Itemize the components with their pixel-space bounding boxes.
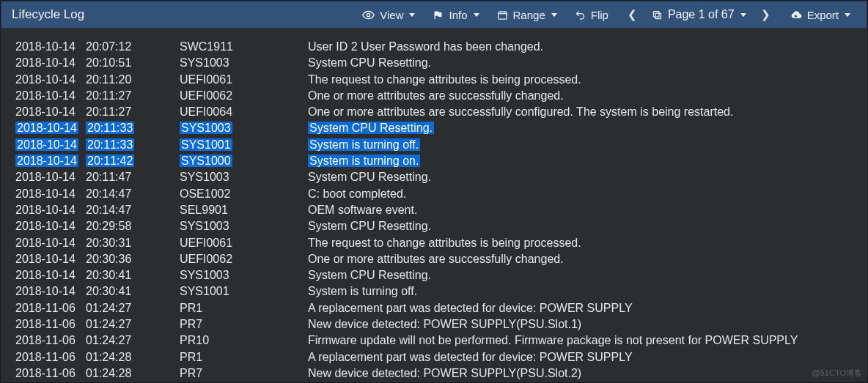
table-row[interactable]: 2018-10-1420:11:33SYS1001System is turni…: [1, 137, 867, 153]
cell-desc: System is turning off.: [308, 137, 867, 153]
range-label: Range: [513, 9, 545, 21]
cell-code: OSE1002: [180, 186, 308, 202]
cell-desc: A replacement part was detected for devi…: [308, 300, 867, 316]
svg-point-0: [367, 13, 370, 16]
table-row[interactable]: 2018-10-1420:11:42SYS1000System is turni…: [1, 153, 867, 169]
cell-date: 2018-10-14: [15, 39, 86, 55]
cell-date: 2018-10-14: [15, 283, 86, 300]
cell-desc: One or more attributes are successfully …: [308, 88, 867, 104]
table-row[interactable]: 2018-10-1420:11:33SYS1003System CPU Rese…: [1, 120, 867, 136]
table-row[interactable]: 2018-10-1420:11:27UEFI0062One or more at…: [1, 88, 867, 104]
table-row[interactable]: 2018-10-1420:30:41SYS1001System is turni…: [1, 283, 867, 300]
caret-icon: [740, 13, 746, 17]
svg-rect-3: [653, 11, 659, 17]
cell-time: 01:24:28: [86, 349, 180, 365]
cell-code: SYS1001: [180, 137, 308, 153]
cell-desc: System CPU Resetting.: [308, 120, 867, 136]
cell-date: 2018-10-14: [15, 104, 86, 120]
cell-code: SYS1003: [180, 267, 308, 283]
cell-date: 2018-10-14: [15, 267, 86, 283]
log-table[interactable]: 2018-10-1420:07:12SWC1911User ID 2 User …: [1, 29, 867, 382]
cell-code: PR1: [180, 300, 308, 316]
page-indicator-button[interactable]: Page 1 of 67: [652, 8, 746, 21]
cell-desc: C: boot completed.: [308, 186, 867, 202]
cell-desc: One or more attributes are successfully …: [308, 104, 867, 120]
cell-desc: The request to change attributes is bein…: [308, 72, 867, 88]
cell-code: SYS1003: [180, 218, 308, 234]
view-label: View: [380, 9, 403, 21]
table-row[interactable]: 2018-10-1420:30:36UEFI0062One or more at…: [1, 251, 867, 267]
table-row[interactable]: 2018-10-1420:11:20UEFI0061The request to…: [1, 72, 867, 88]
caret-icon: [409, 13, 415, 17]
cell-code: SYS1003: [180, 169, 308, 185]
table-row[interactable]: 2018-11-0601:24:28PR1A replacement part …: [1, 349, 867, 365]
cell-desc: OEM software event.: [308, 202, 867, 218]
cell-time: 01:24:27: [86, 332, 180, 349]
cell-time: 20:07:12: [86, 39, 180, 55]
cell-date: 2018-10-14: [15, 137, 86, 153]
table-row[interactable]: 2018-10-1420:30:41SYS1003System CPU Rese…: [1, 267, 867, 283]
page-title: Lifecycle Log: [1, 7, 95, 22]
cell-date: 2018-10-14: [15, 169, 86, 185]
cell-desc: The request to change attributes is bein…: [308, 235, 867, 251]
cell-date: 2018-10-14: [15, 55, 86, 71]
cell-time: 20:29:58: [86, 218, 180, 234]
range-button[interactable]: Range: [488, 1, 566, 29]
cell-date: 2018-10-14: [15, 202, 86, 218]
cell-time: 20:14:47: [86, 202, 180, 218]
caret-icon: [474, 13, 479, 17]
table-row[interactable]: 2018-11-0601:24:27PR7New device detected…: [1, 316, 867, 332]
pagination: ❮ Page 1 of 67 ❯: [617, 5, 781, 24]
cell-desc: User ID 2 User Password has been changed…: [308, 39, 867, 55]
cell-time: 20:11:42: [86, 153, 180, 169]
table-row[interactable]: 2018-10-1420:10:51SYS1003System CPU Rese…: [1, 55, 867, 71]
table-row[interactable]: 2018-10-1420:29:58SYS1003System CPU Rese…: [1, 218, 867, 234]
cell-time: 20:11:27: [86, 104, 180, 120]
table-row[interactable]: 2018-10-1420:14:47SEL9901OEM software ev…: [1, 202, 867, 218]
cell-date: 2018-11-06: [15, 365, 86, 382]
export-button[interactable]: Export: [781, 1, 859, 29]
cell-code: SYS1003: [180, 120, 308, 136]
page-label: Page 1 of 67: [668, 8, 735, 21]
cell-time: 01:24:27: [86, 300, 180, 316]
cloud-download-icon: [790, 9, 802, 21]
cell-time: 20:11:33: [86, 120, 180, 136]
table-row[interactable]: 2018-11-0601:24:27PR10Firmware update wi…: [1, 332, 867, 349]
cell-date: 2018-10-14: [15, 218, 86, 234]
cell-date: 2018-11-06: [15, 300, 86, 316]
table-row[interactable]: 2018-11-0601:24:28PR7New device detected…: [1, 365, 867, 382]
cell-code: UEFI0064: [180, 104, 308, 120]
cell-time: 20:30:41: [86, 283, 180, 300]
cell-desc: A replacement part was detected for devi…: [308, 349, 867, 365]
view-button[interactable]: View: [353, 1, 424, 29]
cell-desc: New device detected: POWER SUPPLY(PSU.Sl…: [308, 365, 867, 382]
table-row[interactable]: 2018-10-1420:11:27UEFI0064One or more at…: [1, 104, 867, 120]
cell-code: SYS1003: [180, 55, 308, 71]
info-button[interactable]: Info: [424, 1, 488, 29]
cell-time: 20:11:20: [86, 72, 180, 88]
toolbar: Lifecycle Log View Info Range Flip ❮ Pag…: [1, 1, 867, 29]
cell-code: UEFI0062: [180, 88, 308, 104]
cell-date: 2018-10-14: [15, 235, 86, 251]
prev-page-button[interactable]: ❮: [623, 5, 641, 24]
export-label: Export: [807, 9, 839, 21]
table-row[interactable]: 2018-10-1420:14:47OSE1002C: boot complet…: [1, 186, 867, 202]
eye-icon: [362, 9, 375, 21]
table-row[interactable]: 2018-10-1420:07:12SWC1911User ID 2 User …: [1, 39, 867, 55]
cell-time: 01:24:27: [86, 316, 180, 332]
cell-date: 2018-10-14: [15, 186, 86, 202]
cell-code: SYS1001: [180, 283, 308, 300]
table-row[interactable]: 2018-11-0601:24:27PR1A replacement part …: [1, 300, 867, 316]
cell-code: PR7: [180, 316, 308, 332]
cell-desc: System is turning off.: [308, 283, 867, 300]
cell-time: 20:14:47: [86, 186, 180, 202]
cell-code: PR10: [180, 332, 308, 349]
next-page-button[interactable]: ❯: [757, 5, 775, 24]
flip-button[interactable]: Flip: [566, 1, 617, 29]
table-row[interactable]: 2018-10-1420:30:31UEFI0061The request to…: [1, 235, 867, 251]
table-row[interactable]: 2018-10-1420:11:47SYS1003System CPU Rese…: [1, 169, 867, 185]
cell-code: SWC1911: [180, 39, 308, 55]
svg-rect-2: [655, 13, 661, 19]
cell-date: 2018-10-14: [15, 120, 86, 136]
cell-date: 2018-11-06: [15, 349, 86, 365]
